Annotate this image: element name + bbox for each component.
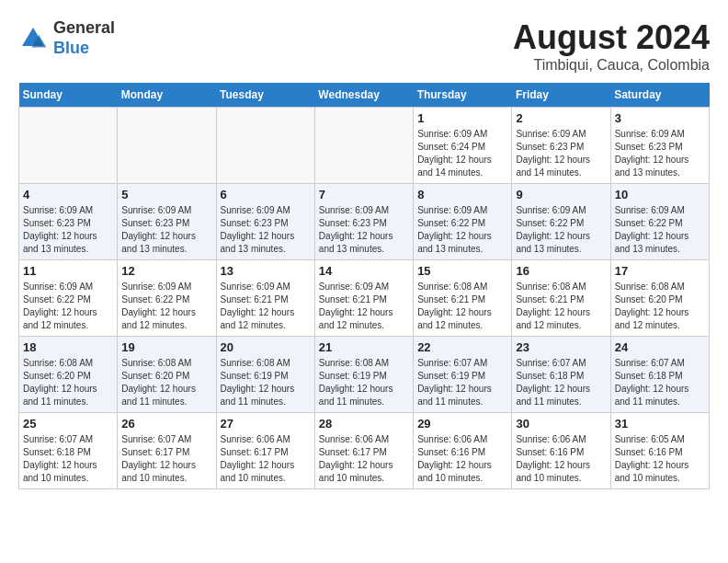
location-subtitle: Timbiqui, Cauca, Colombia bbox=[513, 57, 710, 74]
day-number: 23 bbox=[516, 340, 606, 354]
day-info: Sunrise: 6:07 AM Sunset: 6:18 PM Dayligh… bbox=[615, 357, 705, 408]
calendar-day-cell: 1Sunrise: 6:09 AM Sunset: 6:24 PM Daylig… bbox=[414, 108, 512, 184]
day-number: 20 bbox=[221, 340, 311, 354]
day-info: Sunrise: 6:09 AM Sunset: 6:21 PM Dayligh… bbox=[221, 281, 311, 332]
calendar-week-row: 11Sunrise: 6:09 AM Sunset: 6:22 PM Dayli… bbox=[19, 260, 710, 337]
day-of-week-header: Monday bbox=[118, 83, 216, 108]
calendar-day-cell: 13Sunrise: 6:09 AM Sunset: 6:21 PM Dayli… bbox=[216, 260, 314, 337]
logo-text: General Blue bbox=[53, 18, 115, 58]
calendar-week-row: 4Sunrise: 6:09 AM Sunset: 6:23 PM Daylig… bbox=[19, 184, 710, 260]
day-info: Sunrise: 6:06 AM Sunset: 6:16 PM Dayligh… bbox=[417, 433, 507, 485]
day-info: Sunrise: 6:09 AM Sunset: 6:22 PM Dayligh… bbox=[121, 281, 211, 332]
day-number: 22 bbox=[417, 340, 507, 354]
calendar-day-cell: 20Sunrise: 6:08 AM Sunset: 6:19 PM Dayli… bbox=[216, 337, 314, 413]
calendar-day-cell bbox=[118, 108, 216, 184]
day-info: Sunrise: 6:09 AM Sunset: 6:21 PM Dayligh… bbox=[319, 281, 409, 332]
day-number: 11 bbox=[23, 264, 113, 278]
day-number: 6 bbox=[221, 188, 311, 201]
day-of-week-header: Friday bbox=[512, 83, 610, 108]
day-info: Sunrise: 6:06 AM Sunset: 6:16 PM Dayligh… bbox=[516, 433, 606, 485]
day-info: Sunrise: 6:09 AM Sunset: 6:22 PM Dayligh… bbox=[23, 281, 113, 332]
day-of-week-header: Thursday bbox=[414, 83, 512, 108]
calendar-week-row: 1Sunrise: 6:09 AM Sunset: 6:24 PM Daylig… bbox=[19, 108, 710, 184]
day-info: Sunrise: 6:08 AM Sunset: 6:20 PM Dayligh… bbox=[23, 357, 113, 408]
day-number: 16 bbox=[516, 264, 606, 278]
day-info: Sunrise: 6:07 AM Sunset: 6:19 PM Dayligh… bbox=[417, 357, 507, 408]
calendar-day-cell: 26Sunrise: 6:07 AM Sunset: 6:17 PM Dayli… bbox=[118, 413, 216, 489]
page-header: General Blue August 2024 Timbiqui, Cauca… bbox=[18, 18, 710, 74]
calendar-day-cell bbox=[216, 108, 314, 184]
day-number: 5 bbox=[121, 188, 211, 201]
calendar-day-cell: 4Sunrise: 6:09 AM Sunset: 6:23 PM Daylig… bbox=[19, 184, 118, 260]
day-info: Sunrise: 6:09 AM Sunset: 6:23 PM Dayligh… bbox=[615, 128, 705, 179]
calendar-day-cell: 14Sunrise: 6:09 AM Sunset: 6:21 PM Dayli… bbox=[314, 260, 413, 337]
day-info: Sunrise: 6:05 AM Sunset: 6:16 PM Dayligh… bbox=[615, 433, 705, 485]
day-info: Sunrise: 6:06 AM Sunset: 6:17 PM Dayligh… bbox=[319, 433, 409, 485]
calendar-day-cell: 2Sunrise: 6:09 AM Sunset: 6:23 PM Daylig… bbox=[512, 108, 610, 184]
logo: General Blue bbox=[18, 18, 115, 58]
calendar-day-cell: 16Sunrise: 6:08 AM Sunset: 6:21 PM Dayli… bbox=[512, 260, 610, 337]
month-year-title: August 2024 bbox=[513, 18, 710, 57]
day-info: Sunrise: 6:08 AM Sunset: 6:20 PM Dayligh… bbox=[615, 281, 705, 332]
day-of-week-header: Sunday bbox=[19, 83, 118, 108]
calendar-body: 1Sunrise: 6:09 AM Sunset: 6:24 PM Daylig… bbox=[19, 108, 710, 489]
calendar-day-cell: 3Sunrise: 6:09 AM Sunset: 6:23 PM Daylig… bbox=[610, 108, 709, 184]
day-info: Sunrise: 6:08 AM Sunset: 6:19 PM Dayligh… bbox=[221, 357, 311, 408]
day-info: Sunrise: 6:09 AM Sunset: 6:24 PM Dayligh… bbox=[417, 128, 507, 179]
day-info: Sunrise: 6:09 AM Sunset: 6:23 PM Dayligh… bbox=[221, 204, 311, 256]
day-number: 31 bbox=[615, 417, 705, 431]
calendar-day-cell: 21Sunrise: 6:08 AM Sunset: 6:19 PM Dayli… bbox=[314, 337, 413, 413]
calendar-day-cell bbox=[314, 108, 413, 184]
day-info: Sunrise: 6:09 AM Sunset: 6:23 PM Dayligh… bbox=[516, 128, 606, 179]
day-number: 25 bbox=[23, 417, 113, 431]
day-info: Sunrise: 6:08 AM Sunset: 6:21 PM Dayligh… bbox=[516, 281, 606, 332]
day-number: 15 bbox=[417, 264, 507, 278]
day-info: Sunrise: 6:06 AM Sunset: 6:17 PM Dayligh… bbox=[221, 433, 311, 485]
calendar-day-cell: 30Sunrise: 6:06 AM Sunset: 6:16 PM Dayli… bbox=[512, 413, 610, 489]
logo-general: General bbox=[53, 18, 115, 37]
day-number: 13 bbox=[221, 264, 311, 278]
day-number: 26 bbox=[121, 417, 211, 431]
day-info: Sunrise: 6:09 AM Sunset: 6:22 PM Dayligh… bbox=[615, 204, 705, 256]
calendar-table: SundayMondayTuesdayWednesdayThursdayFrid… bbox=[18, 83, 710, 489]
day-number: 14 bbox=[319, 264, 409, 278]
calendar-day-cell: 25Sunrise: 6:07 AM Sunset: 6:18 PM Dayli… bbox=[19, 413, 118, 489]
calendar-week-row: 25Sunrise: 6:07 AM Sunset: 6:18 PM Dayli… bbox=[19, 413, 710, 489]
calendar-day-cell: 27Sunrise: 6:06 AM Sunset: 6:17 PM Dayli… bbox=[216, 413, 314, 489]
day-info: Sunrise: 6:09 AM Sunset: 6:22 PM Dayligh… bbox=[417, 204, 507, 256]
day-number: 17 bbox=[615, 264, 705, 278]
calendar-day-cell: 18Sunrise: 6:08 AM Sunset: 6:20 PM Dayli… bbox=[19, 337, 118, 413]
day-info: Sunrise: 6:07 AM Sunset: 6:18 PM Dayligh… bbox=[23, 433, 113, 485]
day-number: 28 bbox=[319, 417, 409, 431]
day-info: Sunrise: 6:07 AM Sunset: 6:17 PM Dayligh… bbox=[121, 433, 211, 485]
day-number: 7 bbox=[319, 188, 409, 201]
calendar-day-cell: 8Sunrise: 6:09 AM Sunset: 6:22 PM Daylig… bbox=[414, 184, 512, 260]
day-info: Sunrise: 6:08 AM Sunset: 6:21 PM Dayligh… bbox=[417, 281, 507, 332]
calendar-day-cell: 5Sunrise: 6:09 AM Sunset: 6:23 PM Daylig… bbox=[118, 184, 216, 260]
day-number: 30 bbox=[516, 417, 606, 431]
calendar-day-cell: 6Sunrise: 6:09 AM Sunset: 6:23 PM Daylig… bbox=[216, 184, 314, 260]
calendar-day-cell: 17Sunrise: 6:08 AM Sunset: 6:20 PM Dayli… bbox=[610, 260, 709, 337]
calendar-day-cell: 29Sunrise: 6:06 AM Sunset: 6:16 PM Dayli… bbox=[414, 413, 512, 489]
calendar-day-cell: 24Sunrise: 6:07 AM Sunset: 6:18 PM Dayli… bbox=[610, 337, 709, 413]
day-number: 29 bbox=[417, 417, 507, 431]
calendar-day-cell: 19Sunrise: 6:08 AM Sunset: 6:20 PM Dayli… bbox=[118, 337, 216, 413]
day-number: 10 bbox=[615, 188, 705, 201]
day-of-week-header: Saturday bbox=[610, 83, 709, 108]
day-number: 24 bbox=[615, 340, 705, 354]
calendar-header-row: SundayMondayTuesdayWednesdayThursdayFrid… bbox=[19, 83, 710, 108]
day-number: 8 bbox=[417, 188, 507, 201]
day-info: Sunrise: 6:09 AM Sunset: 6:23 PM Dayligh… bbox=[319, 204, 409, 256]
calendar-week-row: 18Sunrise: 6:08 AM Sunset: 6:20 PM Dayli… bbox=[19, 337, 710, 413]
day-info: Sunrise: 6:08 AM Sunset: 6:20 PM Dayligh… bbox=[121, 357, 211, 408]
calendar-day-cell: 9Sunrise: 6:09 AM Sunset: 6:22 PM Daylig… bbox=[512, 184, 610, 260]
day-info: Sunrise: 6:09 AM Sunset: 6:23 PM Dayligh… bbox=[121, 204, 211, 256]
calendar-day-cell: 23Sunrise: 6:07 AM Sunset: 6:18 PM Dayli… bbox=[512, 337, 610, 413]
logo-blue: Blue bbox=[53, 39, 89, 57]
day-info: Sunrise: 6:09 AM Sunset: 6:22 PM Dayligh… bbox=[516, 204, 606, 256]
title-area: August 2024 Timbiqui, Cauca, Colombia bbox=[513, 18, 710, 74]
day-number: 1 bbox=[417, 111, 507, 125]
calendar-day-cell bbox=[19, 108, 118, 184]
calendar-day-cell: 7Sunrise: 6:09 AM Sunset: 6:23 PM Daylig… bbox=[314, 184, 413, 260]
day-number: 2 bbox=[516, 111, 606, 125]
